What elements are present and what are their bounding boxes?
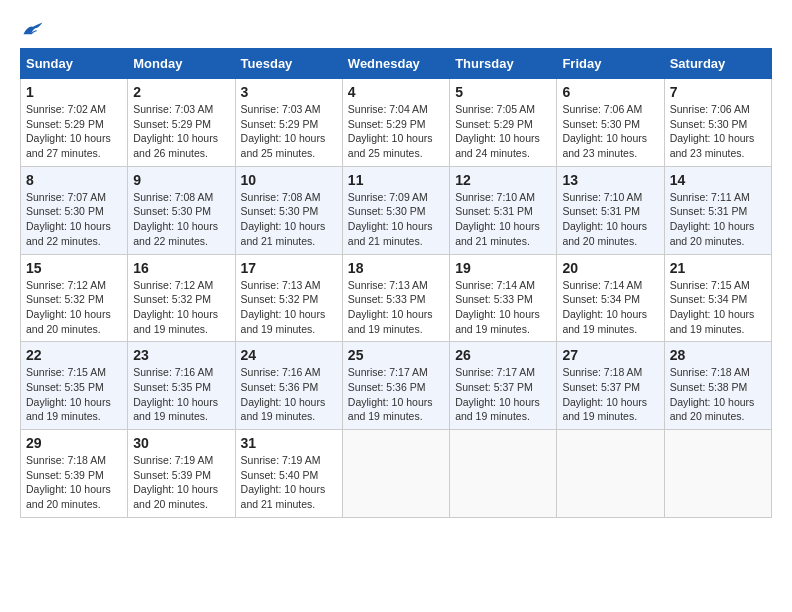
day-number: 22: [26, 347, 122, 363]
calendar-day-header: Tuesday: [235, 49, 342, 79]
calendar-day-cell: 9 Sunrise: 7:08 AM Sunset: 5:30 PM Dayli…: [128, 166, 235, 254]
day-number: 1: [26, 84, 122, 100]
day-number: 25: [348, 347, 444, 363]
day-number: 5: [455, 84, 551, 100]
day-info: Sunrise: 7:10 AM Sunset: 5:31 PM Dayligh…: [455, 190, 551, 249]
calendar-day-cell: 6 Sunrise: 7:06 AM Sunset: 5:30 PM Dayli…: [557, 79, 664, 167]
logo: [20, 20, 44, 38]
day-info: Sunrise: 7:03 AM Sunset: 5:29 PM Dayligh…: [241, 102, 337, 161]
calendar-day-cell: 27 Sunrise: 7:18 AM Sunset: 5:37 PM Dayl…: [557, 342, 664, 430]
calendar-day-cell: 2 Sunrise: 7:03 AM Sunset: 5:29 PM Dayli…: [128, 79, 235, 167]
calendar-day-cell: 22 Sunrise: 7:15 AM Sunset: 5:35 PM Dayl…: [21, 342, 128, 430]
calendar-day-cell: 8 Sunrise: 7:07 AM Sunset: 5:30 PM Dayli…: [21, 166, 128, 254]
day-number: 7: [670, 84, 766, 100]
day-number: 24: [241, 347, 337, 363]
calendar-day-cell: 21 Sunrise: 7:15 AM Sunset: 5:34 PM Dayl…: [664, 254, 771, 342]
day-number: 21: [670, 260, 766, 276]
calendar-day-cell: 5 Sunrise: 7:05 AM Sunset: 5:29 PM Dayli…: [450, 79, 557, 167]
day-number: 9: [133, 172, 229, 188]
day-info: Sunrise: 7:07 AM Sunset: 5:30 PM Dayligh…: [26, 190, 122, 249]
day-info: Sunrise: 7:11 AM Sunset: 5:31 PM Dayligh…: [670, 190, 766, 249]
calendar-day-cell: 13 Sunrise: 7:10 AM Sunset: 5:31 PM Dayl…: [557, 166, 664, 254]
calendar-day-cell: 28 Sunrise: 7:18 AM Sunset: 5:38 PM Dayl…: [664, 342, 771, 430]
day-info: Sunrise: 7:13 AM Sunset: 5:33 PM Dayligh…: [348, 278, 444, 337]
calendar-week-row: 22 Sunrise: 7:15 AM Sunset: 5:35 PM Dayl…: [21, 342, 772, 430]
day-info: Sunrise: 7:05 AM Sunset: 5:29 PM Dayligh…: [455, 102, 551, 161]
calendar-day-cell: 18 Sunrise: 7:13 AM Sunset: 5:33 PM Dayl…: [342, 254, 449, 342]
calendar-day-cell: 4 Sunrise: 7:04 AM Sunset: 5:29 PM Dayli…: [342, 79, 449, 167]
day-number: 27: [562, 347, 658, 363]
calendar-week-row: 8 Sunrise: 7:07 AM Sunset: 5:30 PM Dayli…: [21, 166, 772, 254]
calendar-day-cell: 17 Sunrise: 7:13 AM Sunset: 5:32 PM Dayl…: [235, 254, 342, 342]
calendar-day-cell: 23 Sunrise: 7:16 AM Sunset: 5:35 PM Dayl…: [128, 342, 235, 430]
day-number: 8: [26, 172, 122, 188]
day-number: 20: [562, 260, 658, 276]
day-number: 26: [455, 347, 551, 363]
calendar-day-cell: 7 Sunrise: 7:06 AM Sunset: 5:30 PM Dayli…: [664, 79, 771, 167]
day-number: 23: [133, 347, 229, 363]
calendar-day-cell: 19 Sunrise: 7:14 AM Sunset: 5:33 PM Dayl…: [450, 254, 557, 342]
calendar-day-cell: 25 Sunrise: 7:17 AM Sunset: 5:36 PM Dayl…: [342, 342, 449, 430]
day-number: 18: [348, 260, 444, 276]
day-number: 14: [670, 172, 766, 188]
calendar-day-header: Wednesday: [342, 49, 449, 79]
day-info: Sunrise: 7:18 AM Sunset: 5:39 PM Dayligh…: [26, 453, 122, 512]
calendar-week-row: 29 Sunrise: 7:18 AM Sunset: 5:39 PM Dayl…: [21, 430, 772, 518]
calendar-day-cell: 16 Sunrise: 7:12 AM Sunset: 5:32 PM Dayl…: [128, 254, 235, 342]
day-info: Sunrise: 7:14 AM Sunset: 5:34 PM Dayligh…: [562, 278, 658, 337]
day-number: 2: [133, 84, 229, 100]
day-info: Sunrise: 7:13 AM Sunset: 5:32 PM Dayligh…: [241, 278, 337, 337]
calendar-day-header: Thursday: [450, 49, 557, 79]
calendar-header-row: SundayMondayTuesdayWednesdayThursdayFrid…: [21, 49, 772, 79]
calendar-day-cell: 11 Sunrise: 7:09 AM Sunset: 5:30 PM Dayl…: [342, 166, 449, 254]
day-number: 28: [670, 347, 766, 363]
page-header: [20, 20, 772, 38]
day-info: Sunrise: 7:03 AM Sunset: 5:29 PM Dayligh…: [133, 102, 229, 161]
day-info: Sunrise: 7:12 AM Sunset: 5:32 PM Dayligh…: [133, 278, 229, 337]
day-number: 29: [26, 435, 122, 451]
day-number: 4: [348, 84, 444, 100]
day-number: 31: [241, 435, 337, 451]
day-info: Sunrise: 7:04 AM Sunset: 5:29 PM Dayligh…: [348, 102, 444, 161]
day-info: Sunrise: 7:06 AM Sunset: 5:30 PM Dayligh…: [562, 102, 658, 161]
calendar-day-cell: 31 Sunrise: 7:19 AM Sunset: 5:40 PM Dayl…: [235, 430, 342, 518]
calendar-day-cell: [664, 430, 771, 518]
calendar-day-cell: 12 Sunrise: 7:10 AM Sunset: 5:31 PM Dayl…: [450, 166, 557, 254]
calendar-day-cell: [342, 430, 449, 518]
day-number: 12: [455, 172, 551, 188]
calendar-day-cell: [450, 430, 557, 518]
day-info: Sunrise: 7:15 AM Sunset: 5:34 PM Dayligh…: [670, 278, 766, 337]
calendar-day-cell: 10 Sunrise: 7:08 AM Sunset: 5:30 PM Dayl…: [235, 166, 342, 254]
day-info: Sunrise: 7:16 AM Sunset: 5:35 PM Dayligh…: [133, 365, 229, 424]
calendar-day-header: Friday: [557, 49, 664, 79]
calendar-week-row: 15 Sunrise: 7:12 AM Sunset: 5:32 PM Dayl…: [21, 254, 772, 342]
day-info: Sunrise: 7:08 AM Sunset: 5:30 PM Dayligh…: [241, 190, 337, 249]
day-number: 3: [241, 84, 337, 100]
calendar-day-cell: 29 Sunrise: 7:18 AM Sunset: 5:39 PM Dayl…: [21, 430, 128, 518]
calendar-day-cell: [557, 430, 664, 518]
day-info: Sunrise: 7:19 AM Sunset: 5:40 PM Dayligh…: [241, 453, 337, 512]
calendar-day-header: Sunday: [21, 49, 128, 79]
day-info: Sunrise: 7:12 AM Sunset: 5:32 PM Dayligh…: [26, 278, 122, 337]
day-number: 16: [133, 260, 229, 276]
calendar-day-cell: 15 Sunrise: 7:12 AM Sunset: 5:32 PM Dayl…: [21, 254, 128, 342]
day-info: Sunrise: 7:10 AM Sunset: 5:31 PM Dayligh…: [562, 190, 658, 249]
day-info: Sunrise: 7:09 AM Sunset: 5:30 PM Dayligh…: [348, 190, 444, 249]
day-number: 15: [26, 260, 122, 276]
calendar-day-cell: 26 Sunrise: 7:17 AM Sunset: 5:37 PM Dayl…: [450, 342, 557, 430]
day-info: Sunrise: 7:06 AM Sunset: 5:30 PM Dayligh…: [670, 102, 766, 161]
calendar-day-header: Saturday: [664, 49, 771, 79]
day-number: 30: [133, 435, 229, 451]
logo-bird-icon: [22, 20, 44, 38]
day-info: Sunrise: 7:14 AM Sunset: 5:33 PM Dayligh…: [455, 278, 551, 337]
day-number: 19: [455, 260, 551, 276]
day-info: Sunrise: 7:17 AM Sunset: 5:36 PM Dayligh…: [348, 365, 444, 424]
day-number: 17: [241, 260, 337, 276]
calendar-day-cell: 30 Sunrise: 7:19 AM Sunset: 5:39 PM Dayl…: [128, 430, 235, 518]
calendar-day-cell: 20 Sunrise: 7:14 AM Sunset: 5:34 PM Dayl…: [557, 254, 664, 342]
day-info: Sunrise: 7:15 AM Sunset: 5:35 PM Dayligh…: [26, 365, 122, 424]
day-number: 6: [562, 84, 658, 100]
calendar-day-cell: 24 Sunrise: 7:16 AM Sunset: 5:36 PM Dayl…: [235, 342, 342, 430]
calendar-day-header: Monday: [128, 49, 235, 79]
day-info: Sunrise: 7:16 AM Sunset: 5:36 PM Dayligh…: [241, 365, 337, 424]
